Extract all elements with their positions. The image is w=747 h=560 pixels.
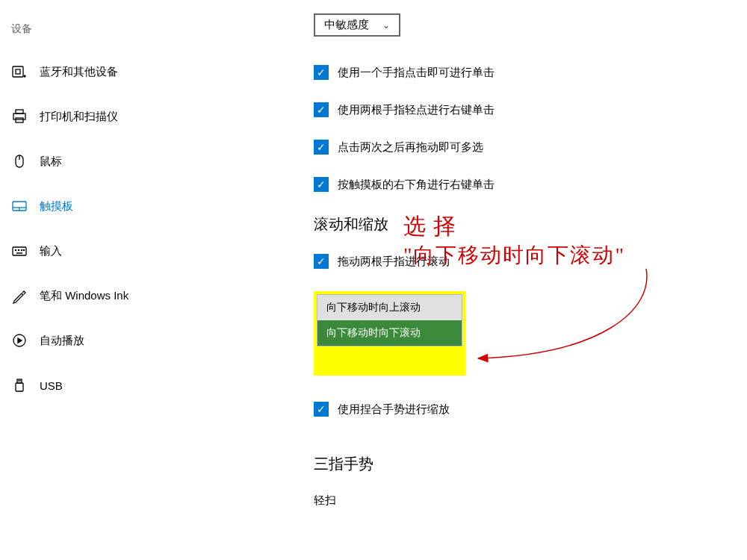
pen-icon: [11, 287, 28, 304]
checkmark-icon: ✓: [317, 105, 326, 115]
checkmark-icon: ✓: [317, 256, 326, 267]
svg-point-13: [18, 249, 19, 250]
sidebar-item-touchpad[interactable]: 触摸板: [11, 191, 224, 221]
mouse-icon: [11, 153, 28, 169]
sidebar-item-label: 输入: [40, 244, 62, 258]
svg-point-2: [24, 75, 25, 77]
printer-icon: [11, 108, 28, 125]
main-content: 中敏感度 ⌄ ✓ 使用一个手指点击即可进行单击 ✓ 使用两根手指轻点进行右键单击…: [224, 0, 747, 560]
keyboard-icon: [11, 243, 28, 259]
checkbox-label: 拖动两根手指进行滚动: [338, 255, 450, 269]
checkmark-icon: ✓: [317, 67, 326, 78]
checkbox-box[interactable]: ✓: [314, 254, 329, 269]
sidebar-item-label: 鼠标: [40, 155, 62, 169]
checkbox-tap-single-click[interactable]: ✓ 使用一个手指点击即可进行单击: [314, 65, 747, 80]
scroll-option-down[interactable]: 向下移动时向下滚动: [317, 320, 462, 346]
svg-point-14: [21, 249, 22, 250]
sidebar-item-label: 蓝牙和其他设备: [40, 65, 118, 79]
sidebar-item-printers[interactable]: 打印机和扫描仪: [11, 102, 224, 131]
checkbox-label: 使用一个手指点击即可进行单击: [338, 66, 495, 80]
sidebar: 设备 蓝牙和其他设备 打印机和扫描仪: [0, 0, 224, 560]
highlighted-dropdown: 向下移动时向上滚动 向下移动时向下滚动: [314, 291, 465, 376]
sidebar-item-label: 打印机和扫描仪: [40, 110, 118, 124]
checkbox-tap-multiselect[interactable]: ✓ 点击两次之后再拖动即可多选: [314, 140, 747, 155]
checkbox-box[interactable]: ✓: [314, 177, 329, 192]
sidebar-header: 设备: [11, 22, 224, 36]
checkbox-label: 使用捏合手势进行缩放: [338, 402, 450, 417]
checkbox-corner-right-click[interactable]: ✓ 按触摸板的右下角进行右键单击: [314, 177, 747, 192]
sidebar-item-label: 笔和 Windows Ink: [40, 289, 128, 303]
svg-point-15: [23, 249, 24, 250]
sidebar-item-mouse[interactable]: 鼠标: [11, 146, 224, 176]
checkbox-label: 使用两根手指轻点进行右键单击: [338, 103, 495, 117]
usb-icon: [11, 377, 28, 393]
checkbox-two-finger-scroll[interactable]: ✓ 拖动两根手指进行滚动: [314, 254, 747, 269]
three-finger-heading: 三指手势: [314, 454, 747, 474]
svg-rect-19: [16, 383, 23, 391]
sidebar-item-label: 触摸板: [40, 199, 73, 214]
sidebar-item-bluetooth[interactable]: 蓝牙和其他设备: [11, 57, 224, 87]
checkmark-icon: ✓: [317, 142, 326, 152]
scroll-direction-dropdown-expanded[interactable]: 向下移动时向上滚动 向下移动时向下滚动: [317, 294, 462, 346]
scroll-zoom-heading: 滚动和缩放: [314, 214, 747, 234]
svg-rect-11: [13, 247, 26, 255]
swipe-label: 轻扫: [314, 494, 747, 508]
svg-rect-18: [17, 379, 22, 383]
sidebar-item-usb[interactable]: USB: [11, 370, 224, 400]
touchpad-icon: [11, 198, 28, 214]
bluetooth-devices-icon: [11, 63, 28, 80]
sidebar-item-autoplay[interactable]: 自动播放: [11, 326, 224, 355]
sidebar-item-pen[interactable]: 笔和 Windows Ink: [11, 281, 224, 311]
svg-rect-5: [16, 118, 23, 122]
autoplay-icon: [11, 332, 28, 349]
checkmark-icon: ✓: [317, 179, 326, 190]
scroll-option-up[interactable]: 向下移动时向上滚动: [317, 295, 462, 320]
sidebar-item-typing[interactable]: 输入: [11, 236, 224, 266]
sensitivity-dropdown[interactable]: 中敏感度 ⌄: [314, 13, 400, 37]
chevron-down-icon: ⌄: [382, 20, 390, 31]
sidebar-item-label: 自动播放: [40, 334, 84, 348]
checkbox-box[interactable]: ✓: [314, 402, 329, 417]
dropdown-value: 中敏感度: [324, 18, 369, 32]
checkbox-label: 点击两次之后再拖动即可多选: [338, 140, 483, 155]
svg-point-12: [15, 249, 16, 250]
checkbox-box[interactable]: ✓: [314, 102, 329, 117]
svg-rect-0: [13, 66, 23, 77]
checkbox-label: 按触摸板的右下角进行右键单击: [338, 178, 495, 192]
checkbox-tap-right-click[interactable]: ✓ 使用两根手指轻点进行右键单击: [314, 102, 747, 117]
checkbox-box[interactable]: ✓: [314, 140, 329, 155]
svg-rect-1: [16, 69, 20, 74]
checkbox-box[interactable]: ✓: [314, 65, 329, 80]
svg-rect-3: [16, 110, 23, 113]
checkbox-pinch-zoom[interactable]: ✓ 使用捏合手势进行缩放: [314, 402, 747, 417]
checkmark-icon: ✓: [317, 404, 326, 414]
sidebar-item-label: USB: [40, 379, 63, 392]
